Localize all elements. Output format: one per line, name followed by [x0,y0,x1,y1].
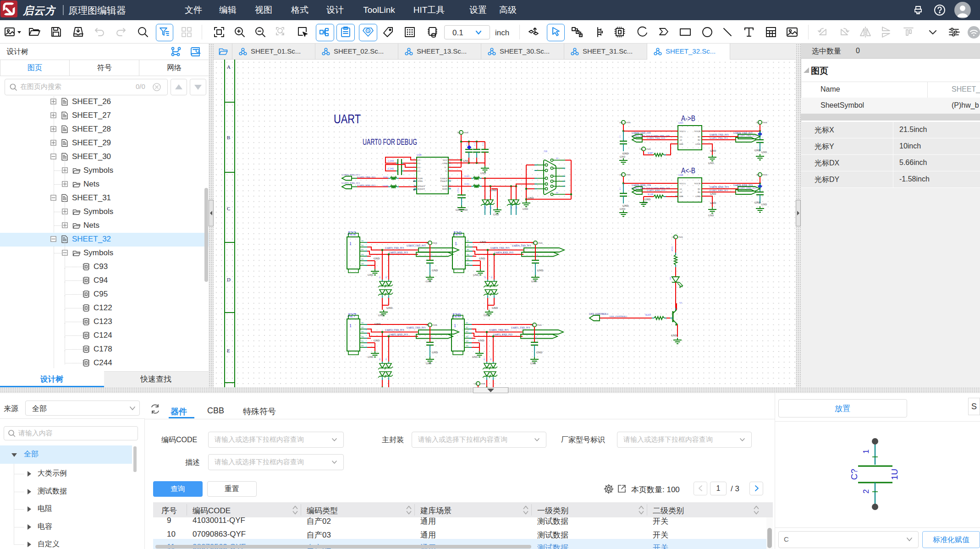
svg-text:D2: D2 [484,207,486,209]
svg-text:M1: M1 [361,240,364,242]
svg-text:DIR: DIR [679,195,683,198]
svg-text:M?: M? [556,157,559,159]
svg-text:U08: U08 [417,154,421,156]
svg-text:GND: GND [378,314,384,317]
svg-text:1: 1 [454,323,456,328]
svg-text:PWR: PWR [433,242,437,244]
svg-text:GND: GND [480,172,486,175]
svg-text:R387: R387 [648,152,653,154]
svg-text:GND: GND [754,149,761,152]
svg-text:D1: D1 [385,276,387,279]
svg-text:9: 9 [449,187,450,189]
svg-text:GND: GND [480,241,486,243]
svg-text:UART2_TXD_3V3: UART2_TXD_3V3 [385,329,404,331]
svg-text:C9: C9 [535,336,537,339]
svg-text:C1-: C1- [418,162,421,165]
svg-text:T1OUT: T1OUT [440,177,447,180]
svg-text:GND: GND [374,339,380,342]
svg-text:M4: M4 [467,253,469,256]
svg-text:PWR: PWR [538,242,543,244]
svg-text:LED_CONTROL1: LED_CONTROL1 [610,315,628,318]
svg-text:R1: R1 [698,188,700,190]
svg-text:GND: GND [708,214,714,217]
svg-text:S: S [367,29,369,33]
svg-text:C9: C9 [430,336,433,339]
svg-text:GND: GND [386,307,393,309]
svg-text:GND: GND [523,208,528,210]
svg-text:D2: D2 [515,207,518,209]
svg-text:M4: M4 [361,253,364,256]
svg-text:R1IN: R1IN [442,185,448,187]
svg-text:GND: GND [426,280,431,283]
svg-text:3V3: 3V3 [619,121,623,124]
svg-text:M3: M3 [467,248,469,251]
svg-text:A2: A2 [679,191,683,193]
svg-text:UART4_RXD_3V3: UART4_RXD_3V3 [494,251,513,254]
svg-text:UART0_TXD_3V3: UART0_TXD_3V3 [733,132,753,134]
svg-text:UART0 FOR DEBUG: UART0 FOR DEBUG [363,137,417,147]
svg-text:M6: M6 [361,263,364,265]
svg-text:A1: A1 [679,136,683,138]
svg-text:R2OUT: R2OUT [418,188,425,190]
svg-text:D: D [227,277,231,282]
svg-text:1U: 1U [890,469,899,480]
svg-text:GND: GND [761,203,767,206]
svg-text:9: 9 [449,184,450,186]
svg-text:T2OUT: T2OUT [440,180,447,182]
svg-text:VCCB: VCCB [694,130,700,132]
svg-text:GND: GND [426,362,431,365]
svg-text:GND: GND [708,162,714,165]
svg-text:UART2_TXD_3V3: UART2_TXD_3V3 [407,326,426,329]
svg-text:R2: R2 [698,191,700,193]
svg-text:C2+: C2+ [418,166,422,169]
svg-text:GND: GND [473,274,479,276]
svg-text:GND: GND [671,334,677,337]
svg-text:VCCA: VCCA [679,130,686,132]
svg-text:UART3_TXD_3V3: UART3_TXD_3V3 [385,247,404,249]
svg-text:GND: GND [695,143,700,145]
svg-text:UART1_TXD_3V3: UART1_TXD_3V3 [490,329,509,331]
svg-text:PWR: PWR [646,148,651,150]
svg-text:GND: GND [479,257,485,260]
svg-text:UART1_RXD_1V9: UART1_RXD_1V9 [647,189,665,192]
svg-text:GND: GND [622,204,629,207]
svg-text:C1: C1 [619,187,621,190]
svg-text:UART4_TXD_3V3: UART4_TXD_3V3 [512,244,531,247]
svg-text:C?: C? [849,469,859,480]
svg-text:M1: M1 [361,322,364,324]
svg-text:GND: GND [432,351,438,354]
svg-text:UART1_TXD_3V3: UART1_TXD_3V3 [738,135,756,137]
svg-text:UART1_TXD_3V3: UART1_TXD_3V3 [710,137,728,139]
svg-text:R383: R383 [383,185,388,187]
svg-text:R390: R390 [464,183,469,185]
svg-text:UART1_TXD_3V3: UART1_TXD_3V3 [511,326,530,329]
svg-text:GND: GND [695,195,700,198]
svg-text:3V3: 3V3 [672,236,675,238]
svg-text:UART3_TXD_3V3: UART3_TXD_3V3 [407,244,426,247]
svg-text:GND: GND [432,269,438,272]
svg-text:Q2: Q2 [679,302,683,304]
svg-text:PWR: PWR [626,121,631,124]
svg-text:9: 9 [449,179,450,181]
svg-text:R108: R108 [648,193,653,196]
svg-text:GND: GND [484,314,489,317]
svg-text:M3: M3 [361,248,364,251]
svg-text:E: E [227,348,230,353]
svg-text:PWR: PWR [537,324,542,326]
svg-text:1: 1 [862,450,870,454]
svg-text:3V3: 3V3 [474,383,478,385]
svg-text:UART0_RXD_3V3: UART0_RXD_3V3 [710,186,729,188]
svg-text:3V3: 3V3 [639,148,643,150]
svg-text:GND: GND [644,198,651,201]
svg-text:R1: R1 [698,136,700,138]
svg-text:C: C [227,206,230,211]
svg-text:UART: UART [334,112,361,126]
svg-text:DIR: DIR [679,143,683,145]
svg-text:VCCA: VCCA [679,182,686,185]
svg-text:M2: M2 [466,326,468,329]
svg-text:D1: D1 [385,358,387,361]
svg-text:M2: M2 [361,244,364,247]
svg-text:C12: C12 [473,142,476,146]
svg-text:M5: M5 [467,258,469,260]
svg-text:U63: U63 [678,121,683,124]
